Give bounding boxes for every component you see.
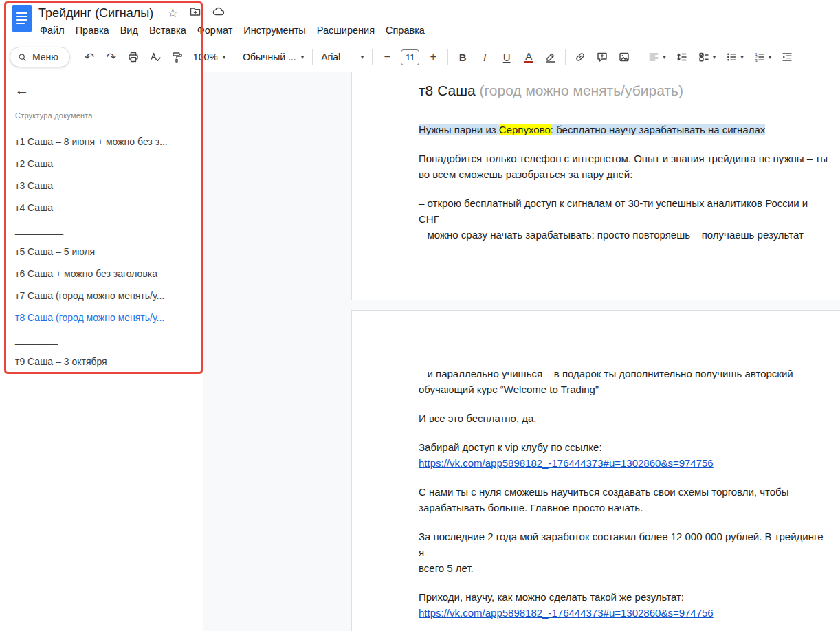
doc-heading[interactable]: т8 Саша (город можно менять/убирать) xyxy=(419,72,831,100)
redo-button[interactable]: ↷ xyxy=(101,47,122,67)
outline-item-t2[interactable]: т2 Саша xyxy=(0,153,203,175)
toolbar-divider xyxy=(234,49,234,65)
spellcheck-icon xyxy=(149,51,162,63)
outline-item-t6[interactable]: т6 Саша + можно без заголовка xyxy=(0,263,203,285)
numbered-list-icon: 123 xyxy=(753,51,766,63)
document-page-2[interactable]: – и параллельно учишься – в подарок ты д… xyxy=(351,310,840,631)
indent-button[interactable] xyxy=(777,47,797,67)
menu-view[interactable]: Вид xyxy=(115,23,144,38)
outline-item-t4[interactable]: т4 Саша xyxy=(0,197,203,219)
zoom-value: 100% xyxy=(193,52,218,63)
print-button[interactable] xyxy=(123,47,144,67)
highlight-color-button[interactable] xyxy=(540,47,561,67)
docs-logo-icon[interactable] xyxy=(12,5,32,35)
line-spacing-icon xyxy=(676,51,688,63)
paragraph[interactable]: – открою бесплатный доступ к сигналам от… xyxy=(419,195,831,243)
menu-insert[interactable]: Вставка xyxy=(144,23,192,38)
paragraph-with-link[interactable]: Забирай доступ к vip клубу по ссылке:htt… xyxy=(419,439,831,471)
heading-main: т8 Саша xyxy=(419,82,480,98)
spellcheck-button[interactable] xyxy=(145,47,166,67)
comment-icon xyxy=(596,51,608,63)
undo-button[interactable]: ↶ xyxy=(79,47,100,67)
paragraph[interactable]: Понадобится только телефон с интернетом.… xyxy=(419,151,831,182)
increase-font-size-button[interactable]: + xyxy=(423,47,443,67)
italic-button[interactable]: I xyxy=(474,47,495,67)
paragraph-with-link[interactable]: Приходи, научу, как можно сделать такой … xyxy=(419,589,831,621)
outline-title: Структура документа xyxy=(15,111,93,120)
toolbar-divider xyxy=(447,49,448,65)
styles-dropdown[interactable]: Обычный ... ▾ xyxy=(238,47,309,67)
style-value: Обычный ... xyxy=(243,52,296,63)
link-icon xyxy=(574,51,586,63)
font-value: Arial xyxy=(321,52,340,63)
outline-item-t3[interactable]: т3 Саша xyxy=(0,175,203,197)
toolbar: Меню ↶ ↷ 100% ▾ Обычный ... ▾ Arial ▾ − … xyxy=(0,43,840,71)
headline-blue-run: : бесплатно научу зарабатывать на сигнал… xyxy=(551,124,765,135)
chevron-down-icon: ▾ xyxy=(663,54,666,60)
document-page-1[interactable]: т8 Саша (город можно менять/убирать) Нуж… xyxy=(351,72,840,300)
menu-help[interactable]: Справка xyxy=(380,23,430,38)
highlighter-icon xyxy=(544,51,557,63)
bold-button[interactable]: B xyxy=(452,47,473,67)
menu-edit[interactable]: Правка xyxy=(70,23,115,38)
zoom-dropdown[interactable]: 100% ▾ xyxy=(188,47,230,67)
text-color-bar xyxy=(524,61,533,63)
outline-item-t8-active[interactable]: т8 Саша (город можно менять/у... xyxy=(0,307,203,329)
vk-link[interactable]: https://vk.com/app5898182_-176444373#u=1… xyxy=(419,455,714,471)
print-icon xyxy=(127,51,140,63)
link-intro-text: Приходи, научу, как можно сделать такой … xyxy=(419,589,831,605)
bulleted-list-dropdown[interactable]: ▾ xyxy=(720,47,749,67)
outline-item-t5[interactable]: т5 Саша – 5 июля xyxy=(0,241,203,263)
insert-image-button[interactable] xyxy=(614,47,634,67)
search-menus-button[interactable]: Меню xyxy=(10,47,70,67)
toolbar-divider xyxy=(372,49,373,65)
close-outline-button[interactable]: ← xyxy=(12,80,32,100)
paragraph[interactable]: И все это бесплатно, да. xyxy=(419,410,831,426)
numbered-list-dropdown[interactable]: 123 ▾ xyxy=(749,47,777,67)
menu-file[interactable]: Файл xyxy=(34,23,70,38)
svg-text:3: 3 xyxy=(755,58,758,63)
headline-blue-run: Нужны парни из xyxy=(419,124,499,135)
chevron-down-icon: ▾ xyxy=(361,54,364,60)
link-intro-text: Забирай доступ к vip клубу по ссылке: xyxy=(419,439,831,455)
document-outline-panel: ← Структура документа т1 Саша – 8 июня +… xyxy=(0,72,203,631)
document-canvas: т8 Саша (город можно менять/убирать) Нуж… xyxy=(203,72,840,631)
paint-format-button[interactable] xyxy=(167,47,188,67)
paragraph[interactable]: С нами ты с нуля сможешь научиться созда… xyxy=(419,484,831,516)
align-dropdown[interactable]: ▾ xyxy=(643,47,671,67)
font-size-input[interactable]: 11 xyxy=(401,49,419,65)
align-left-icon xyxy=(648,51,660,63)
font-dropdown[interactable]: Arial ▾ xyxy=(316,47,368,67)
star-icon[interactable]: ☆ xyxy=(167,7,178,19)
checklist-dropdown[interactable]: ▾ xyxy=(693,47,721,67)
paragraph[interactable]: – и параллельно учишься – в подарок ты д… xyxy=(419,366,831,397)
cloud-status-icon[interactable] xyxy=(212,5,225,21)
highlighted-headline[interactable]: Нужны парни из Серпухово: бесплатно науч… xyxy=(419,122,831,137)
line-spacing-button[interactable] xyxy=(672,47,692,67)
outline-item-t7[interactable]: т7 Саша (город можно менять/у... xyxy=(0,285,203,307)
outline-items: т1 Саша – 8 июня + можно без з... т2 Саш… xyxy=(0,131,203,373)
move-folder-icon[interactable] xyxy=(189,5,201,21)
decrease-font-size-button[interactable]: − xyxy=(377,47,397,67)
menu-tools[interactable]: Инструменты xyxy=(238,23,311,38)
toolbar-divider xyxy=(312,49,313,65)
outline-item-separator[interactable]: _________ xyxy=(0,219,203,241)
underline-button[interactable]: U xyxy=(496,47,517,67)
menu-extensions[interactable]: Расширения xyxy=(311,23,380,38)
outline-item-t1[interactable]: т1 Саша – 8 июня + можно без з... xyxy=(0,131,203,153)
chevron-down-icon: ▾ xyxy=(223,54,226,60)
google-docs-window: Трейдинг (Сигналы) ☆ Файл Правка Вид Вст… xyxy=(0,0,840,631)
document-title[interactable]: Трейдинг (Сигналы) xyxy=(38,6,153,21)
chevron-down-icon: ▾ xyxy=(713,54,716,60)
menu-format[interactable]: Формат xyxy=(192,23,239,38)
vk-link[interactable]: https://vk.com/app5898182_-176444373#u=1… xyxy=(419,605,714,621)
paragraph[interactable]: За последние 2 года мой заработок состав… xyxy=(419,529,831,576)
outline-item-t9[interactable]: т9 Саша – 3 октября xyxy=(0,351,203,373)
headline-yellow-run: Серпухово xyxy=(499,124,551,135)
text-color-button[interactable]: A xyxy=(518,47,539,67)
add-comment-button[interactable] xyxy=(592,47,612,67)
insert-link-button[interactable] xyxy=(570,47,590,67)
bulleted-list-icon xyxy=(725,51,738,63)
outline-item-separator[interactable]: ________ xyxy=(0,329,203,351)
heading-sub: (город можно менять/убирать) xyxy=(480,82,683,98)
